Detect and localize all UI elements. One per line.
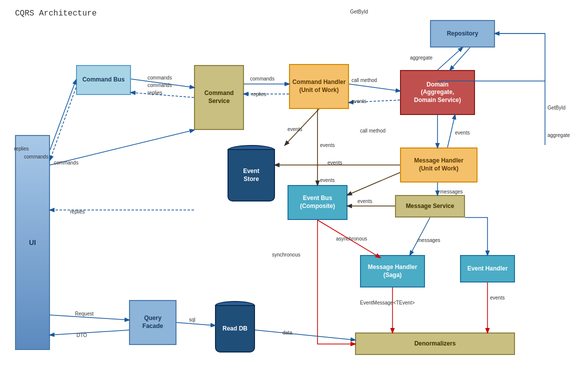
label-event-message: EventMessage<TEvent> (360, 300, 415, 306)
label-commands2: commands (250, 76, 274, 82)
label-replies2: replies (252, 92, 266, 97)
label-events-eh: events (490, 295, 504, 300)
label-getbyid1: GetById (350, 9, 368, 14)
svg-line-21 (50, 330, 129, 335)
label-aggregate2: aggregate (548, 132, 570, 138)
label-events4: events (320, 178, 334, 183)
svg-line-13 (448, 115, 455, 148)
page-title: CQRS Architecture (15, 9, 96, 18)
svg-line-22 (176, 322, 215, 326)
label-dto: DTO (76, 332, 87, 338)
message-handler-uow-box: Message Handler(Unit of Work) (400, 148, 478, 182)
ui-box: UI (15, 135, 50, 350)
label-sync: synchronous (272, 252, 300, 258)
svg-line-4 (349, 84, 400, 91)
label-replies1: replies (148, 90, 162, 96)
label-aggregate1: aggregate (410, 55, 432, 60)
event-bus-box: Event Bus(Composite) (288, 185, 348, 220)
label-messages1: messages (440, 189, 463, 194)
label-commands-ui: commands (24, 154, 48, 160)
label-events-ms-eb: events (358, 198, 372, 204)
label-request: Request (75, 311, 94, 316)
event-handler-box: Event Handler (460, 255, 515, 282)
event-store-box: EventStore (228, 149, 275, 202)
label-events1: events (288, 126, 302, 132)
svg-line-1 (131, 92, 194, 98)
label-commands-ui2: commands (54, 160, 78, 166)
label-data: data (282, 330, 292, 336)
message-service-box: Message Service (395, 195, 465, 218)
repository-box: Repository (430, 20, 495, 48)
denormalizers-box: Denormalizers (355, 332, 515, 355)
message-handler-saga-box: Message Handler(Saga) (360, 255, 425, 288)
label-getbyid2: GetById (548, 105, 566, 110)
label-call-method1: call method (352, 78, 377, 83)
label-events2: events (320, 142, 334, 148)
label-messages2: messages (418, 238, 440, 243)
diagram: CQRS Architecture UI Command Bus Command… (0, 0, 573, 392)
label-commands1-v: commands (148, 82, 172, 88)
label-replies-ui: replies (14, 146, 28, 152)
label-call-method2: call method (360, 128, 386, 134)
svg-line-6 (438, 48, 462, 70)
command-service-box: Command Service (194, 65, 244, 130)
label-commands1: commands (148, 75, 172, 80)
svg-line-16 (410, 218, 430, 255)
command-bus-box: Command Bus (76, 65, 131, 95)
label-events3: events (328, 160, 342, 166)
label-events-ch-cs: events (352, 98, 366, 104)
label-replies-dashed: replies (70, 209, 84, 214)
svg-line-7 (450, 48, 470, 70)
svg-line-23 (255, 330, 355, 340)
label-async: asynchronous (336, 236, 367, 242)
read-db-box: Read DB (215, 305, 255, 352)
svg-line-11 (348, 172, 400, 195)
domain-box: Domain(Aggregate,Domain Service) (400, 70, 475, 115)
command-handler-box: Command Handler(Unit of Work) (289, 64, 349, 109)
label-events-domain: events (455, 130, 470, 136)
label-sql: sql (189, 317, 196, 322)
query-facade-box: QueryFacade (129, 300, 176, 345)
